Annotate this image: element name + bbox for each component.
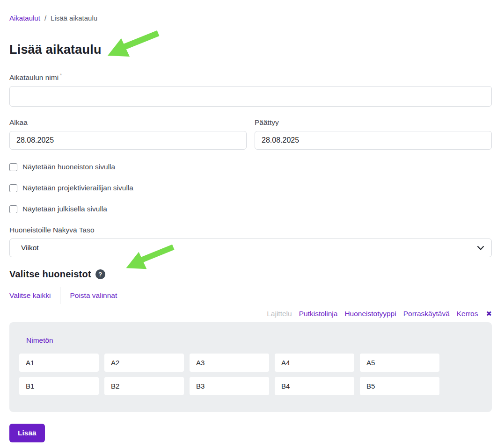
chevron-down-icon	[477, 244, 484, 252]
apartment-cell[interactable]: A5	[360, 354, 439, 372]
close-icon[interactable]: ✖	[486, 310, 492, 318]
date-range-row: Alkaa Päättyy	[9, 118, 492, 150]
breadcrumb-separator: /	[44, 14, 46, 22]
apartment-cell[interactable]: B4	[275, 377, 354, 395]
apartment-cell[interactable]: B2	[104, 377, 184, 395]
checkbox-label: Näytetään huoneiston sivulla	[22, 163, 115, 171]
apartment-cell[interactable]: A4	[275, 354, 354, 372]
page-title: Lisää aikataulu	[9, 43, 492, 57]
visible-level-label: Huoneistoille Näkyvä Taso	[9, 226, 492, 234]
show-on-apartment-page-checkbox[interactable]	[9, 163, 17, 171]
schedule-name-label: Aikataulun nimi*	[9, 72, 492, 82]
group-name-link[interactable]: Nimetön	[26, 336, 53, 345]
links-divider	[60, 287, 60, 304]
checkbox-label: Näytetään projektivierailijan sivulla	[22, 184, 133, 192]
apartment-cell[interactable]: A1	[19, 354, 99, 372]
sort-row: Lajittelu Putkistolinja Huoneistotyyppi …	[9, 310, 492, 318]
show-on-project-visitor-page-checkbox[interactable]	[9, 184, 17, 192]
help-icon[interactable]: ?	[95, 269, 105, 279]
visible-level-select[interactable]: Viikot	[9, 238, 492, 257]
checkbox-row-project-visitor-page: Näytetään projektivierailijan sivulla	[9, 184, 492, 192]
submit-button[interactable]: Lisää	[9, 424, 45, 442]
visible-level-selected-value: Viikot	[21, 244, 39, 252]
required-asterisk: *	[60, 72, 62, 78]
apartment-cell[interactable]: B5	[360, 377, 439, 395]
select-apartments-heading: Valitse huoneistot	[9, 269, 91, 280]
breadcrumb: Aikataulut / Lisää aikataulu	[9, 14, 492, 22]
apartments-panel: Nimetön A1 A2 A3 A4 A5 B1 B2 B3 B4 B5	[9, 322, 492, 412]
apartment-cell[interactable]: A3	[190, 354, 269, 372]
sort-option-huoneistotyyppi[interactable]: Huoneistotyyppi	[344, 310, 396, 318]
end-date-field: Päättyy	[255, 118, 492, 150]
sort-label: Lajittelu	[267, 310, 292, 318]
end-date-input[interactable]	[255, 131, 492, 150]
breadcrumb-link-aikataulut[interactable]: Aikataulut	[9, 14, 40, 22]
checkbox-label: Näytetään julkisella sivulla	[22, 205, 107, 213]
add-schedule-page: Aikataulut / Lisää aikataulu Lisää aikat…	[0, 0, 497, 442]
end-date-label: Päättyy	[255, 118, 492, 127]
breadcrumb-current: Lisää aikataulu	[51, 14, 97, 22]
apartment-cell[interactable]: B3	[190, 377, 269, 395]
apartment-cell[interactable]: B1	[19, 377, 99, 395]
select-apartments-heading-row: Valitse huoneistot ?	[9, 269, 492, 280]
schedule-name-input[interactable]	[9, 86, 492, 107]
selection-links-row: Valitse kaikki Poista valinnat	[9, 287, 492, 304]
apartment-grid: A1 A2 A3 A4 A5 B1 B2 B3 B4 B5	[19, 354, 482, 395]
select-all-link[interactable]: Valitse kaikki	[9, 291, 51, 300]
checkbox-row-public-page: Näytetään julkisella sivulla	[9, 205, 492, 213]
visibility-checkbox-group: Näytetään huoneiston sivulla Näytetään p…	[9, 163, 492, 213]
sort-option-putkistolinja[interactable]: Putkistolinja	[299, 310, 338, 318]
checkbox-row-apartment-page: Näytetään huoneiston sivulla	[9, 163, 492, 171]
sort-option-porraskaytava[interactable]: Porraskäytävä	[403, 310, 450, 318]
show-on-public-page-checkbox[interactable]	[9, 205, 17, 213]
start-date-input[interactable]	[9, 131, 247, 150]
sort-option-kerros[interactable]: Kerros	[457, 310, 478, 318]
start-date-field: Alkaa	[9, 118, 247, 150]
apartment-cell[interactable]: A2	[104, 354, 184, 372]
clear-selection-link[interactable]: Poista valinnat	[70, 291, 117, 300]
start-date-label: Alkaa	[9, 118, 247, 127]
